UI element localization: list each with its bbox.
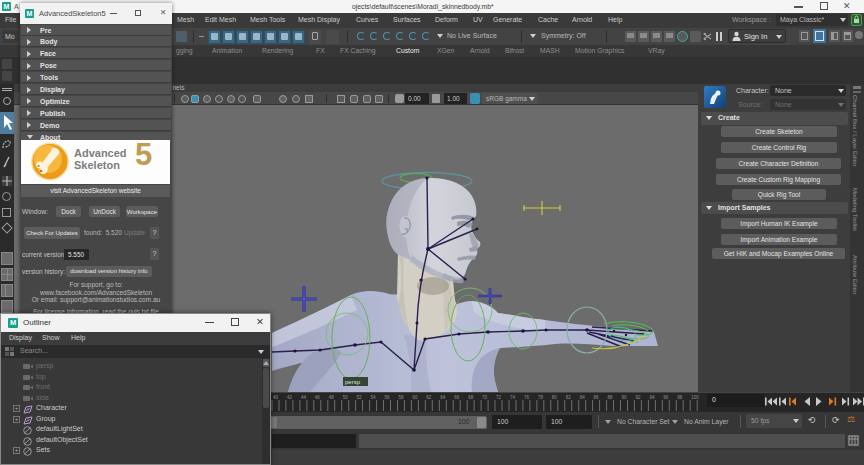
svg-text:72: 72: [496, 395, 502, 400]
svg-text:66: 66: [454, 395, 460, 400]
svg-text:84: 84: [580, 395, 586, 400]
svg-text:68: 68: [468, 395, 474, 400]
svg-text:74: 74: [510, 395, 516, 400]
svg-text:58: 58: [399, 395, 405, 400]
svg-text:70: 70: [482, 395, 488, 400]
svg-text:92: 92: [635, 395, 641, 400]
svg-text:44: 44: [301, 395, 307, 400]
svg-text:50: 50: [343, 395, 349, 400]
svg-text:40: 40: [273, 395, 279, 400]
svg-text:88: 88: [608, 395, 614, 400]
svg-text:86: 86: [594, 395, 600, 400]
svg-text:56: 56: [385, 395, 391, 400]
svg-text:94: 94: [649, 395, 655, 400]
svg-text:60: 60: [412, 395, 418, 400]
svg-text:persp: persp: [345, 379, 361, 385]
svg-text:46: 46: [315, 395, 321, 400]
svg-text:90: 90: [622, 395, 628, 400]
svg-text:76: 76: [524, 395, 530, 400]
svg-text:98: 98: [677, 395, 683, 400]
svg-text:100: 100: [691, 395, 699, 400]
svg-text:62: 62: [426, 395, 432, 400]
svg-text:78: 78: [538, 395, 544, 400]
svg-text:80: 80: [552, 395, 558, 400]
svg-text:64: 64: [440, 395, 446, 400]
svg-text:52: 52: [357, 395, 363, 400]
svg-text:42: 42: [287, 395, 293, 400]
svg-text:48: 48: [329, 395, 335, 400]
svg-text:82: 82: [566, 395, 572, 400]
svg-text:54: 54: [371, 395, 377, 400]
svg-text:96: 96: [663, 395, 669, 400]
